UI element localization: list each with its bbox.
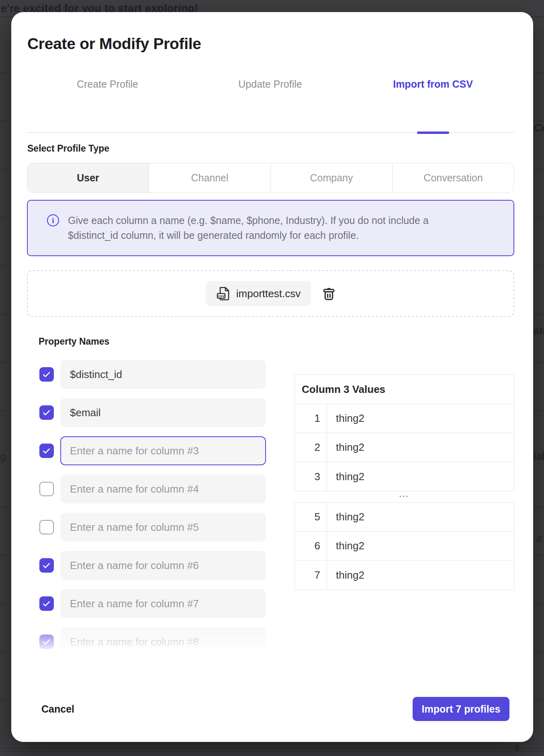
property-row-7: [39, 589, 267, 618]
table-row: 6 thing2: [295, 532, 514, 561]
csv-file-icon: csv: [216, 286, 231, 301]
backdrop-text-fragment: g: [515, 742, 519, 752]
property-row-2: [39, 398, 267, 427]
property-row-4: [39, 475, 267, 503]
backdrop-text-fragment: g: [0, 451, 6, 463]
profile-type-user[interactable]: User: [27, 163, 149, 193]
dialog-tabs: Create Profile Update Profile Import fro…: [26, 74, 514, 133]
info-banner-line2: $distinct_id column, it will be generate…: [68, 228, 429, 243]
property-names-label: Property Names: [39, 336, 109, 347]
csv-dropzone[interactable]: csv importtest.csv: [27, 270, 514, 317]
row-value: thing2: [327, 503, 514, 531]
column-2-name-input[interactable]: [60, 398, 266, 427]
check-icon: [43, 599, 50, 606]
table-row: 7 thing2: [295, 561, 514, 590]
select-profile-type-label: Select Profile Type: [27, 143, 109, 154]
table-row: 3 thing2: [295, 462, 514, 491]
table-row: 2 thing2: [295, 433, 514, 462]
check-icon: [43, 446, 50, 454]
create-or-modify-profile-dialog: Create or Modify Profile Create Profile …: [11, 12, 533, 742]
backdrop-bottom-line: [0, 751, 544, 752]
row-value: thing2: [327, 433, 514, 462]
tab-update-profile[interactable]: Update Profile: [189, 74, 352, 132]
row-value: thing2: [327, 532, 514, 560]
column-4-name-input[interactable]: [60, 475, 266, 503]
backdrop-text-fragment: lab: [534, 450, 544, 462]
profile-type-channel[interactable]: Channel: [149, 163, 270, 193]
preview-table-header: Column 3 Values: [295, 375, 514, 404]
row-index: 5: [295, 503, 327, 531]
info-banner-line1: Give each column a name (e.g. $name, $ph…: [68, 213, 429, 228]
info-banner-text: Give each column a name (e.g. $name, $ph…: [68, 213, 429, 243]
row-index: 6: [295, 532, 327, 560]
column-4-checkbox[interactable]: [39, 482, 54, 496]
column-values-preview-table-bottom: 5 thing2 6 thing2 7 thing2: [294, 502, 514, 590]
svg-text:csv: csv: [218, 294, 225, 298]
active-tab-indicator: [417, 131, 449, 134]
column-6-name-input[interactable]: [60, 551, 266, 580]
column-5-name-input[interactable]: [60, 513, 266, 542]
property-row-6: [39, 551, 267, 580]
column-8-checkbox[interactable]: [39, 635, 54, 649]
dialog-title: Create or Modify Profile: [27, 35, 201, 53]
row-value: thing2: [327, 561, 514, 590]
column-3-checkbox[interactable]: [39, 444, 54, 458]
import-profiles-button[interactable]: Import 7 profiles: [413, 697, 509, 721]
tab-create-profile[interactable]: Create Profile: [26, 74, 189, 132]
column-8-name-input[interactable]: [60, 627, 266, 656]
remove-file-button[interactable]: [322, 286, 335, 301]
tab-import-from-csv-label: Import from CSV: [393, 78, 473, 132]
column-values-preview-table-top: Column 3 Values 1 thing2 2 thing2 3 thin…: [294, 374, 514, 491]
uploaded-filename: importtest.csv: [236, 288, 301, 300]
table-row: 1 thing2: [295, 404, 514, 433]
column-1-checkbox[interactable]: [39, 367, 54, 382]
screen: e're excited for you to start exploring!…: [0, 0, 544, 756]
row-index: 7: [295, 561, 327, 590]
column-7-name-input[interactable]: [60, 589, 266, 618]
row-value: thing2: [327, 404, 514, 433]
rows-ellipsis: •••: [294, 491, 514, 502]
backdrop-text-fragment: ata: [534, 325, 544, 337]
check-icon: [43, 561, 50, 568]
property-row-3: [39, 436, 267, 465]
row-index: 2: [295, 433, 327, 462]
trash-icon: [322, 286, 335, 301]
table-row: 5 thing2: [295, 503, 514, 532]
column-6-checkbox[interactable]: [39, 558, 54, 573]
column-2-checkbox[interactable]: [39, 405, 54, 420]
column-naming-info-banner: Give each column a name (e.g. $name, $ph…: [27, 200, 514, 256]
property-names-list: [39, 360, 267, 659]
profile-type-company[interactable]: Company: [270, 163, 392, 193]
uploaded-file-chip: csv importtest.csv: [206, 281, 311, 306]
row-value: thing2: [327, 462, 514, 491]
property-row-8: [39, 627, 267, 656]
check-icon: [43, 408, 50, 415]
cancel-button[interactable]: Cancel: [41, 703, 74, 715]
info-icon: [47, 214, 59, 226]
check-icon: [43, 637, 50, 645]
property-row-5: [39, 513, 267, 542]
backdrop-text-fragment: a: [536, 533, 542, 544]
column-3-name-input[interactable]: [60, 436, 266, 465]
tab-import-from-csv[interactable]: Import from CSV: [352, 74, 514, 132]
column-1-name-input[interactable]: [60, 360, 266, 389]
check-icon: [43, 370, 50, 377]
profile-type-segmented-control: User Channel Company Conversation: [27, 163, 514, 193]
row-index: 1: [295, 404, 327, 433]
backdrop-text-fragment: Co: [534, 122, 544, 134]
profile-type-conversation[interactable]: Conversation: [392, 163, 514, 193]
column-7-checkbox[interactable]: [39, 596, 54, 611]
row-index: 3: [295, 462, 327, 491]
column-5-checkbox[interactable]: [39, 520, 54, 534]
property-row-1: [39, 360, 267, 389]
